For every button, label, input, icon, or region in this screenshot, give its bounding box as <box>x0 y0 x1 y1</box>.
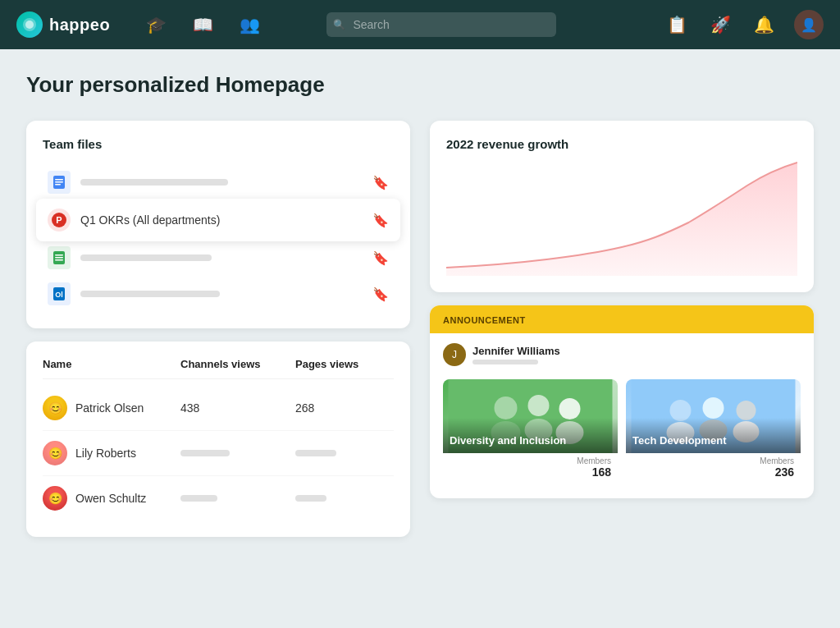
channel-image-diversity: Diversity and Inclusion <box>443 379 618 453</box>
team-files-card: Team files 🔖 P Q1 OKRs (All departments)… <box>26 121 410 328</box>
rocket-icon[interactable]: 🚀 <box>707 11 734 38</box>
file-icon-docs <box>48 171 71 194</box>
svg-rect-4 <box>55 181 63 183</box>
announcement-header: Announcement <box>430 305 814 333</box>
logo[interactable]: happeo <box>16 11 110 38</box>
announcement-label: Announcement <box>443 315 526 325</box>
channel-name: Diversity and Inclusion <box>450 434 611 447</box>
chart-title: 2022 revenue growth <box>446 137 797 151</box>
svg-text:P: P <box>56 215 62 225</box>
table-row: 😊 Owen Schultz <box>43 476 394 520</box>
channel-card-tech[interactable]: Tech Development Members 236 <box>626 379 801 485</box>
pages-value: 268 <box>295 401 394 415</box>
svg-point-1 <box>25 21 34 29</box>
svg-point-15 <box>495 397 518 419</box>
chart-area <box>446 161 797 276</box>
pages-bar <box>295 450 336 456</box>
page-title: Your personalized Homepage <box>26 72 814 98</box>
logo-text: happeo <box>49 16 110 34</box>
svg-point-24 <box>703 397 724 419</box>
bookmark-icon[interactable]: 🔖 <box>372 286 389 302</box>
svg-point-17 <box>528 395 550 416</box>
file-item[interactable]: 🔖 <box>43 164 394 200</box>
author-info: Jennifer Williams <box>472 345 560 364</box>
author-avatar: J <box>443 343 466 366</box>
file-icon-sheets <box>48 246 71 269</box>
avatar-lily: 😊 <box>43 441 67 465</box>
author-name: Jennifer Williams <box>472 345 560 357</box>
search-bar[interactable] <box>326 12 556 37</box>
left-column: Team files 🔖 P Q1 OKRs (All departments)… <box>26 121 410 537</box>
bookmark-icon[interactable]: 🔖 <box>372 213 389 228</box>
main-content: Your personalized Homepage Team files 🔖 … <box>0 49 840 560</box>
avatar-owen: 😊 <box>43 486 67 511</box>
channels-bar <box>180 450 230 456</box>
channel-grid: Diversity and Inclusion Members 168 <box>430 373 814 498</box>
svg-point-19 <box>559 398 581 419</box>
person-cell: 😊 Owen Schultz <box>43 486 180 511</box>
svg-rect-5 <box>55 184 61 186</box>
file-item-highlighted[interactable]: P Q1 OKRs (All departments) 🔖 <box>36 199 400 241</box>
file-name-bar <box>80 179 228 186</box>
svg-rect-3 <box>55 179 63 181</box>
pages-bar <box>295 495 326 502</box>
channel-label-overlay: Tech Development <box>626 418 801 453</box>
bookmark-icon[interactable]: 🔖 <box>372 250 389 266</box>
table-row: 😊 Lily Roberts <box>43 431 394 476</box>
members-count: 168 <box>450 465 611 479</box>
people-icon[interactable]: 👥 <box>236 11 263 38</box>
file-item[interactable]: Ol 🔖 <box>43 276 394 312</box>
search-input[interactable] <box>326 12 556 37</box>
file-name-bar <box>80 254 212 261</box>
user-avatar[interactable]: 👤 <box>794 10 824 39</box>
team-files-title: Team files <box>43 137 394 151</box>
person-cell: 😊 Lily Roberts <box>43 441 180 465</box>
courses-icon[interactable]: 🎓 <box>143 11 170 38</box>
announcement-author: J Jennifer Williams <box>430 333 814 373</box>
col-pages: Pages views <box>295 358 394 370</box>
logo-icon <box>16 11 43 38</box>
channel-image-tech: Tech Development <box>626 379 801 453</box>
bookmark-icon[interactable]: 🔖 <box>372 175 389 190</box>
right-column: 2022 revenue growth <box>430 121 814 537</box>
svg-rect-10 <box>55 257 63 259</box>
announcement-card: Announcement J Jennifer Williams <box>430 305 814 498</box>
navbar: happeo 🎓 📖 👥 📋 🚀 🔔 👤 <box>0 0 840 49</box>
person-name: Owen Schultz <box>75 492 146 505</box>
col-name: Name <box>43 358 180 370</box>
channel-card-diversity[interactable]: Diversity and Inclusion Members 168 <box>443 379 618 485</box>
knowledge-icon[interactable]: 📖 <box>189 11 217 38</box>
file-icon-pptx: P <box>48 209 71 231</box>
person-name: Lily Roberts <box>75 447 136 460</box>
channels-bar <box>180 495 217 502</box>
nav-right-icons: 📋 🚀 🔔 👤 <box>664 10 824 39</box>
revenue-chart-card: 2022 revenue growth <box>430 121 814 292</box>
analytics-table-card: Name Channels views Pages views 😊 Patric… <box>26 342 410 537</box>
svg-rect-11 <box>55 259 63 261</box>
file-icon-outlook: Ol <box>48 282 71 305</box>
col-channels: Channels views <box>180 358 295 370</box>
channel-footer: Members 236 <box>626 453 801 485</box>
file-item[interactable]: 🔖 <box>43 240 394 276</box>
person-name: Patrick Olsen <box>75 401 144 415</box>
person-cell: 😊 Patrick Olsen <box>43 396 180 420</box>
members-label: Members <box>450 456 611 465</box>
svg-text:Ol: Ol <box>55 291 63 299</box>
table-header: Name Channels views Pages views <box>43 358 394 379</box>
members-label: Members <box>632 456 794 465</box>
svg-rect-9 <box>55 254 63 256</box>
author-bar <box>472 360 538 364</box>
channel-name: Tech Development <box>632 434 794 447</box>
file-name-text: Q1 OKRs (All departments) <box>80 213 220 227</box>
channel-label-overlay: Diversity and Inclusion <box>443 418 618 453</box>
table-row: 😊 Patrick Olsen 438 268 <box>43 386 394 431</box>
file-name-bar <box>80 291 220 297</box>
avatar-patrick: 😊 <box>43 396 67 420</box>
channel-footer: Members 168 <box>443 453 618 485</box>
members-count: 236 <box>632 465 794 479</box>
pages-icon[interactable]: 📋 <box>664 11 691 38</box>
bell-icon[interactable]: 🔔 <box>751 11 778 38</box>
channels-value: 438 <box>180 401 295 415</box>
